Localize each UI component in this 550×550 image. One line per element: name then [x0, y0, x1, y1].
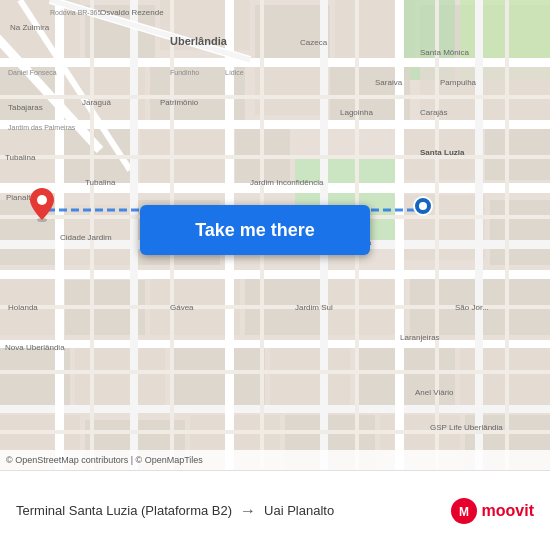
svg-rect-36 — [270, 345, 350, 405]
svg-text:São Jor...: São Jor... — [455, 303, 489, 312]
svg-text:Tubalina: Tubalina — [85, 178, 116, 187]
svg-text:Osvaldo Rezende: Osvaldo Rezende — [100, 8, 164, 17]
svg-rect-58 — [395, 0, 404, 470]
svg-rect-49 — [0, 270, 550, 279]
svg-text:Pampulha: Pampulha — [440, 78, 477, 87]
route-to: Uai Planalto — [264, 503, 334, 518]
svg-rect-21 — [485, 125, 550, 180]
svg-text:Daniel Fonseca: Daniel Fonseca — [8, 69, 57, 76]
svg-rect-34 — [75, 345, 165, 405]
svg-text:Jardim Sul: Jardim Sul — [295, 303, 333, 312]
svg-rect-26 — [490, 200, 550, 265]
destination-pin — [28, 188, 56, 226]
svg-text:Jardim das Palmeiras: Jardim das Palmeiras — [8, 124, 76, 131]
svg-text:Patrimônio: Patrimônio — [160, 98, 199, 107]
moovit-brand-text: moovit — [482, 502, 534, 520]
svg-rect-50 — [0, 340, 550, 348]
svg-text:Rodovia BR-365: Rodovia BR-365 — [50, 9, 101, 16]
arrow-icon: → — [240, 502, 256, 520]
svg-text:Anel Viário: Anel Viário — [415, 388, 454, 397]
map-attribution: © OpenStreetMap contributors | © OpenMap… — [0, 450, 550, 470]
svg-point-108 — [37, 195, 47, 205]
route-info: Terminal Santa Luzia (Plataforma B2) → U… — [16, 502, 450, 520]
svg-text:Cazeca: Cazeca — [300, 38, 328, 47]
svg-text:Uberlândia: Uberlândia — [170, 35, 228, 47]
svg-point-110 — [419, 202, 427, 210]
take-me-there-button[interactable]: Take me there — [140, 205, 370, 255]
svg-text:Lídice: Lídice — [225, 69, 244, 76]
svg-text:Na Zulmira: Na Zulmira — [10, 23, 50, 32]
route-from: Terminal Santa Luzia (Plataforma B2) — [16, 503, 232, 518]
svg-text:Holanda: Holanda — [8, 303, 38, 312]
svg-text:M: M — [459, 505, 469, 519]
svg-text:Gávea: Gávea — [170, 303, 194, 312]
svg-text:Jardim Inconfidência: Jardim Inconfidência — [250, 178, 324, 187]
svg-rect-13 — [255, 65, 325, 115]
svg-text:Saraiva: Saraiva — [375, 78, 403, 87]
svg-text:Santa Luzia: Santa Luzia — [420, 148, 465, 157]
svg-text:Cidade Jardim: Cidade Jardim — [60, 233, 112, 242]
svg-rect-45 — [0, 58, 550, 67]
moovit-logo-icon: M — [450, 497, 478, 525]
map-container: Uberlândia Na Zulmira Jaraguá Tubalina O… — [0, 0, 550, 470]
svg-text:Lagoinha: Lagoinha — [340, 108, 373, 117]
svg-rect-35 — [170, 345, 265, 405]
svg-text:Jaraguá: Jaraguá — [82, 98, 111, 107]
svg-rect-55 — [130, 0, 138, 470]
svg-text:Laranjeiras: Laranjeiras — [400, 333, 440, 342]
svg-rect-71 — [505, 0, 509, 470]
svg-rect-59 — [475, 0, 483, 470]
bottom-bar: Terminal Santa Luzia (Plataforma B2) → U… — [0, 470, 550, 550]
svg-rect-70 — [435, 0, 439, 470]
svg-text:Tabajaras: Tabajaras — [8, 103, 43, 112]
origin-pin — [413, 196, 433, 220]
svg-rect-64 — [0, 370, 550, 374]
svg-rect-61 — [0, 155, 550, 159]
svg-text:GSP Life Uberlândia: GSP Life Uberlândia — [430, 423, 503, 432]
attribution-text: © OpenStreetMap contributors | © OpenMap… — [6, 455, 203, 465]
svg-text:Nova Uberlândia: Nova Uberlândia — [5, 343, 65, 352]
svg-text:Fundinho: Fundinho — [170, 69, 199, 76]
svg-rect-51 — [0, 405, 550, 413]
svg-text:Tubalina: Tubalina — [5, 153, 36, 162]
svg-text:Carajás: Carajás — [420, 108, 448, 117]
svg-rect-4 — [255, 5, 330, 60]
svg-text:Santa Mônica: Santa Mônica — [420, 48, 469, 57]
moovit-logo: M moovit — [450, 497, 534, 525]
